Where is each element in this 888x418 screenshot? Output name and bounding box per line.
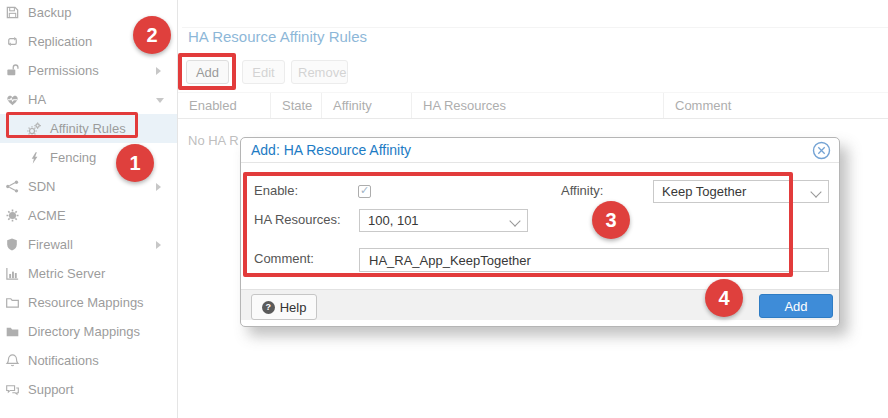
dialog-footer: ? Help Add [241,289,839,320]
annotation-rect-dialog-form [243,172,793,277]
annotation-rect-affinity-rules [6,112,138,138]
annotation-step-1: 1 [116,144,154,182]
combo-chevron-icon [810,186,821,197]
close-icon[interactable] [812,141,831,160]
annotation-rect-add-button [178,53,236,90]
dialog-title: Add: HA Resource Affinity [241,138,839,163]
annotation-step-3: 3 [592,201,630,239]
question-icon: ? [262,301,275,314]
annotation-step-2: 2 [133,16,171,54]
help-button-label: Help [280,300,307,315]
annotation-step-4: 4 [705,279,743,317]
help-button[interactable]: ? Help [251,294,317,320]
dialog-add-button[interactable]: Add [759,294,833,318]
proxmox-datacenter-screen: Backup Replication Permissions HA [0,0,888,418]
